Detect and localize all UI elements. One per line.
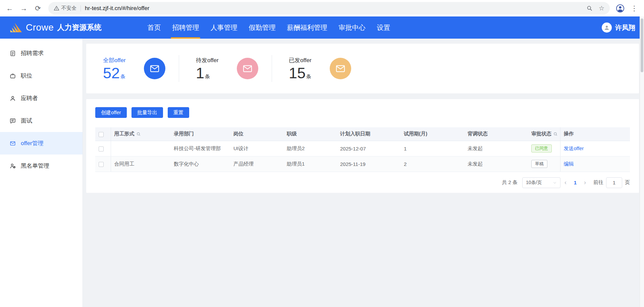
column-position: 岗位 bbox=[230, 127, 283, 141]
goto-page-input[interactable] bbox=[606, 177, 622, 188]
browser-chrome: ← → ⟳ 不安全 hr-test.zjf-it.cn/#/hire/offer… bbox=[0, 0, 644, 16]
column-actions: 操作 bbox=[560, 127, 630, 141]
chevron-down-icon bbox=[553, 181, 557, 185]
nav-item-personnel[interactable]: 人事管理 bbox=[205, 16, 243, 39]
column-rank: 职级 bbox=[283, 127, 337, 141]
nav-item-home[interactable]: 首页 bbox=[142, 16, 166, 39]
sidebar-item-candidates[interactable]: 应聘者 bbox=[0, 87, 83, 109]
address-divider bbox=[80, 5, 81, 11]
select-all-checkbox[interactable] bbox=[99, 132, 104, 137]
person-icon bbox=[9, 95, 16, 102]
sidebar-item-label: 招聘需求 bbox=[21, 49, 44, 57]
system-name: 人力资源系统 bbox=[57, 23, 101, 33]
scrollbar-thumb[interactable] bbox=[641, 18, 643, 72]
send-offer-link[interactable]: 发送offer bbox=[564, 145, 584, 151]
prev-page-icon[interactable]: ‹ bbox=[560, 179, 571, 186]
row-checkbox[interactable] bbox=[99, 162, 104, 167]
filter-search-icon[interactable] bbox=[553, 132, 558, 136]
stat-label: 已发offer bbox=[289, 56, 312, 64]
table-row: 科技公司-研发管理部 UI设计 助理员2 2025-12-07 1 未发起 已同… bbox=[95, 141, 630, 156]
column-department: 录用部门 bbox=[170, 127, 230, 141]
security-label: 不安全 bbox=[61, 5, 76, 11]
page-scrollbar[interactable] bbox=[640, 16, 644, 307]
brand-name: Crowe bbox=[26, 22, 54, 33]
goto-label: 前往 bbox=[593, 179, 603, 186]
cell-rank: 助理员2 bbox=[283, 141, 337, 156]
sidebar-item-label: 应聘者 bbox=[21, 94, 38, 102]
stat-unit: 条 bbox=[205, 74, 210, 79]
warning-triangle-icon bbox=[54, 5, 59, 11]
sidebar-item-label: offer管理 bbox=[21, 139, 44, 147]
cell-background-status: 未发起 bbox=[464, 141, 528, 156]
cell-background-status: 未发起 bbox=[464, 156, 528, 172]
reset-button[interactable]: 重置 bbox=[168, 107, 189, 118]
briefcase-icon bbox=[9, 73, 16, 79]
stat-label: 全部offer bbox=[103, 56, 126, 64]
cell-position: 产品经理 bbox=[230, 156, 283, 172]
batch-export-button[interactable]: 批量导出 bbox=[131, 107, 163, 118]
browser-profile-icon[interactable] bbox=[614, 2, 627, 15]
stat-pending-offers: 待发offer 1条 bbox=[179, 44, 272, 93]
create-offer-button[interactable]: 创建offer bbox=[95, 107, 127, 118]
page-number-1[interactable]: 1 bbox=[571, 180, 580, 185]
sidebar: 招聘需求 职位 应聘者 面试 offer管理 bbox=[0, 39, 83, 307]
column-approval-status: 审批状态 bbox=[528, 127, 560, 141]
app-logo[interactable]: Crowe 人力资源系统 bbox=[9, 22, 101, 33]
nav-item-settings[interactable]: 设置 bbox=[371, 16, 396, 39]
filter-search-icon[interactable] bbox=[136, 132, 141, 136]
row-checkbox[interactable] bbox=[99, 146, 104, 151]
security-warning[interactable]: 不安全 bbox=[54, 5, 76, 11]
forward-icon[interactable]: → bbox=[17, 2, 30, 15]
stat-unit: 条 bbox=[306, 74, 311, 79]
main-content: 全部offer 52条 待发offer 1条 已 bbox=[83, 39, 644, 307]
url-text: hr-test.zjf-it.cn/#/hire/offer bbox=[85, 5, 586, 12]
nav-item-approval[interactable]: 审批中心 bbox=[333, 16, 371, 39]
cell-planned-date: 2025-12-07 bbox=[337, 141, 400, 156]
sidebar-item-label: 面试 bbox=[21, 117, 32, 125]
zoom-icon[interactable] bbox=[586, 5, 593, 11]
stat-sent-offers: 已发offer 15条 bbox=[272, 44, 365, 93]
goto-unit: 页 bbox=[625, 179, 630, 186]
nav-item-attendance[interactable]: 假勤管理 bbox=[243, 16, 281, 39]
cell-employment-type: 合同用工 bbox=[111, 156, 170, 172]
next-page-icon[interactable]: › bbox=[580, 179, 590, 186]
column-employment-type: 用工形式 bbox=[111, 127, 170, 141]
stat-unit: 条 bbox=[120, 74, 125, 79]
cell-department: 科技公司-研发管理部 bbox=[170, 141, 230, 156]
stat-value: 1 bbox=[196, 64, 204, 82]
sidebar-item-offer-management[interactable]: offer管理 bbox=[0, 132, 83, 155]
nav-item-recruiting[interactable]: 招聘管理 bbox=[166, 16, 205, 39]
envelope-icon bbox=[144, 58, 165, 79]
offer-stats-card: 全部offer 52条 待发offer 1条 已 bbox=[86, 44, 639, 93]
pagination: 共 2 条 10条/页 ‹ 1 › 前往 页 bbox=[95, 177, 630, 188]
sidebar-item-interviews[interactable]: 面试 bbox=[0, 109, 83, 132]
sidebar-item-recruit-demand[interactable]: 招聘需求 bbox=[0, 42, 83, 64]
stat-all-offers: 全部offer 52条 bbox=[86, 44, 179, 93]
edit-link[interactable]: 编辑 bbox=[564, 161, 574, 167]
user-menu[interactable]: 许凤翔 bbox=[602, 23, 635, 33]
envelope-icon bbox=[9, 140, 16, 147]
nav-item-compensation[interactable]: 薪酬福利管理 bbox=[281, 16, 333, 39]
browser-menu-icon[interactable]: ⋮ bbox=[628, 2, 641, 15]
sidebar-item-label: 职位 bbox=[21, 72, 32, 80]
address-bar[interactable]: 不安全 hr-test.zjf-it.cn/#/hire/offer ☆ bbox=[48, 2, 610, 14]
refresh-icon[interactable]: ⟳ bbox=[32, 2, 44, 15]
cell-department: 数字化中心 bbox=[170, 156, 230, 172]
sidebar-item-positions[interactable]: 职位 bbox=[0, 64, 83, 87]
stat-value: 52 bbox=[103, 64, 120, 82]
crowe-logo-icon bbox=[9, 23, 23, 33]
chat-icon bbox=[9, 118, 16, 124]
document-icon bbox=[9, 50, 16, 57]
stat-label: 待发offer bbox=[196, 56, 219, 64]
sidebar-item-blacklist[interactable]: 黑名单管理 bbox=[0, 155, 83, 177]
cell-position: UI设计 bbox=[230, 141, 283, 156]
page-size-select[interactable]: 10条/页 bbox=[522, 177, 560, 188]
approval-status-badge: 草稿 bbox=[531, 160, 547, 168]
envelope-icon bbox=[330, 58, 351, 79]
cell-employment-type bbox=[111, 141, 170, 156]
bookmark-star-icon[interactable]: ☆ bbox=[599, 4, 604, 12]
cell-probation: 2 bbox=[400, 156, 464, 172]
sidebar-item-label: 黑名单管理 bbox=[21, 162, 49, 170]
back-icon[interactable]: ← bbox=[3, 2, 16, 15]
stat-value: 15 bbox=[289, 64, 306, 82]
